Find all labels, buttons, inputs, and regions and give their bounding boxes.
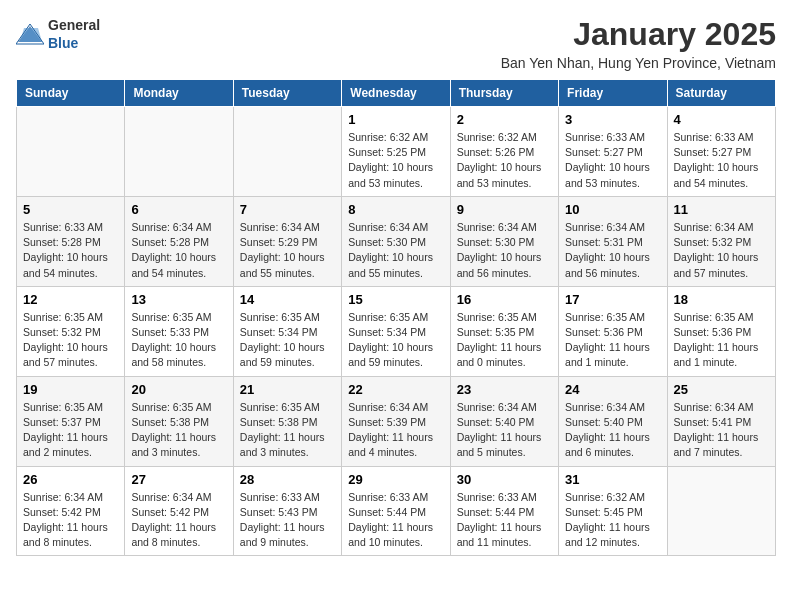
day-detail: Sunrise: 6:34 AM Sunset: 5:32 PM Dayligh… [674,220,769,281]
day-detail: Sunrise: 6:33 AM Sunset: 5:28 PM Dayligh… [23,220,118,281]
day-header-sunday: Sunday [17,80,125,107]
day-detail: Sunrise: 6:33 AM Sunset: 5:44 PM Dayligh… [457,490,552,551]
day-detail: Sunrise: 6:35 AM Sunset: 5:34 PM Dayligh… [348,310,443,371]
day-number: 20 [131,382,226,397]
calendar-week-2: 5Sunrise: 6:33 AM Sunset: 5:28 PM Daylig… [17,196,776,286]
day-number: 5 [23,202,118,217]
calendar-cell: 19Sunrise: 6:35 AM Sunset: 5:37 PM Dayli… [17,376,125,466]
calendar-cell: 17Sunrise: 6:35 AM Sunset: 5:36 PM Dayli… [559,286,667,376]
calendar-cell: 15Sunrise: 6:35 AM Sunset: 5:34 PM Dayli… [342,286,450,376]
logo: General Blue [16,16,100,52]
calendar-cell: 25Sunrise: 6:34 AM Sunset: 5:41 PM Dayli… [667,376,775,466]
day-detail: Sunrise: 6:35 AM Sunset: 5:34 PM Dayligh… [240,310,335,371]
day-number: 29 [348,472,443,487]
day-number: 28 [240,472,335,487]
day-number: 21 [240,382,335,397]
calendar-week-1: 1Sunrise: 6:32 AM Sunset: 5:25 PM Daylig… [17,107,776,197]
day-header-wednesday: Wednesday [342,80,450,107]
day-detail: Sunrise: 6:34 AM Sunset: 5:28 PM Dayligh… [131,220,226,281]
logo-icon [16,22,44,46]
day-header-friday: Friday [559,80,667,107]
day-number: 15 [348,292,443,307]
calendar-cell: 23Sunrise: 6:34 AM Sunset: 5:40 PM Dayli… [450,376,558,466]
day-number: 25 [674,382,769,397]
day-number: 2 [457,112,552,127]
day-detail: Sunrise: 6:35 AM Sunset: 5:32 PM Dayligh… [23,310,118,371]
day-number: 24 [565,382,660,397]
day-detail: Sunrise: 6:35 AM Sunset: 5:37 PM Dayligh… [23,400,118,461]
day-number: 4 [674,112,769,127]
calendar-cell: 21Sunrise: 6:35 AM Sunset: 5:38 PM Dayli… [233,376,341,466]
day-number: 8 [348,202,443,217]
day-detail: Sunrise: 6:32 AM Sunset: 5:26 PM Dayligh… [457,130,552,191]
day-number: 3 [565,112,660,127]
day-detail: Sunrise: 6:34 AM Sunset: 5:30 PM Dayligh… [457,220,552,281]
day-number: 30 [457,472,552,487]
day-detail: Sunrise: 6:32 AM Sunset: 5:45 PM Dayligh… [565,490,660,551]
day-detail: Sunrise: 6:34 AM Sunset: 5:42 PM Dayligh… [131,490,226,551]
logo-text: General Blue [48,16,100,52]
calendar-cell: 2Sunrise: 6:32 AM Sunset: 5:26 PM Daylig… [450,107,558,197]
day-number: 22 [348,382,443,397]
calendar-week-5: 26Sunrise: 6:34 AM Sunset: 5:42 PM Dayli… [17,466,776,556]
calendar-cell: 29Sunrise: 6:33 AM Sunset: 5:44 PM Dayli… [342,466,450,556]
day-number: 1 [348,112,443,127]
day-detail: Sunrise: 6:32 AM Sunset: 5:25 PM Dayligh… [348,130,443,191]
calendar-cell: 10Sunrise: 6:34 AM Sunset: 5:31 PM Dayli… [559,196,667,286]
day-detail: Sunrise: 6:33 AM Sunset: 5:27 PM Dayligh… [565,130,660,191]
location: Ban Yen Nhan, Hung Yen Province, Vietnam [501,55,776,71]
day-detail: Sunrise: 6:34 AM Sunset: 5:39 PM Dayligh… [348,400,443,461]
day-header-monday: Monday [125,80,233,107]
month-title: January 2025 [501,16,776,53]
day-number: 19 [23,382,118,397]
day-detail: Sunrise: 6:34 AM Sunset: 5:29 PM Dayligh… [240,220,335,281]
day-number: 17 [565,292,660,307]
calendar-cell [667,466,775,556]
calendar-header-row: SundayMondayTuesdayWednesdayThursdayFrid… [17,80,776,107]
day-number: 6 [131,202,226,217]
day-number: 16 [457,292,552,307]
calendar-cell [233,107,341,197]
calendar-cell: 14Sunrise: 6:35 AM Sunset: 5:34 PM Dayli… [233,286,341,376]
calendar-cell: 13Sunrise: 6:35 AM Sunset: 5:33 PM Dayli… [125,286,233,376]
title-block: January 2025 Ban Yen Nhan, Hung Yen Prov… [501,16,776,71]
day-detail: Sunrise: 6:35 AM Sunset: 5:33 PM Dayligh… [131,310,226,371]
day-header-thursday: Thursday [450,80,558,107]
day-number: 7 [240,202,335,217]
day-detail: Sunrise: 6:35 AM Sunset: 5:38 PM Dayligh… [131,400,226,461]
day-detail: Sunrise: 6:34 AM Sunset: 5:42 PM Dayligh… [23,490,118,551]
day-detail: Sunrise: 6:35 AM Sunset: 5:36 PM Dayligh… [565,310,660,371]
calendar-cell: 12Sunrise: 6:35 AM Sunset: 5:32 PM Dayli… [17,286,125,376]
calendar-cell: 4Sunrise: 6:33 AM Sunset: 5:27 PM Daylig… [667,107,775,197]
day-number: 26 [23,472,118,487]
day-number: 13 [131,292,226,307]
calendar-table: SundayMondayTuesdayWednesdayThursdayFrid… [16,79,776,556]
calendar-cell: 1Sunrise: 6:32 AM Sunset: 5:25 PM Daylig… [342,107,450,197]
day-number: 10 [565,202,660,217]
calendar-cell: 27Sunrise: 6:34 AM Sunset: 5:42 PM Dayli… [125,466,233,556]
day-detail: Sunrise: 6:34 AM Sunset: 5:41 PM Dayligh… [674,400,769,461]
day-detail: Sunrise: 6:35 AM Sunset: 5:35 PM Dayligh… [457,310,552,371]
day-number: 12 [23,292,118,307]
logo-general: General [48,17,100,33]
calendar-cell: 3Sunrise: 6:33 AM Sunset: 5:27 PM Daylig… [559,107,667,197]
day-number: 31 [565,472,660,487]
calendar-cell: 20Sunrise: 6:35 AM Sunset: 5:38 PM Dayli… [125,376,233,466]
day-number: 11 [674,202,769,217]
day-detail: Sunrise: 6:34 AM Sunset: 5:30 PM Dayligh… [348,220,443,281]
calendar-week-4: 19Sunrise: 6:35 AM Sunset: 5:37 PM Dayli… [17,376,776,466]
calendar-cell [125,107,233,197]
calendar-cell: 24Sunrise: 6:34 AM Sunset: 5:40 PM Dayli… [559,376,667,466]
day-number: 23 [457,382,552,397]
day-detail: Sunrise: 6:33 AM Sunset: 5:43 PM Dayligh… [240,490,335,551]
calendar-cell: 7Sunrise: 6:34 AM Sunset: 5:29 PM Daylig… [233,196,341,286]
calendar-cell: 9Sunrise: 6:34 AM Sunset: 5:30 PM Daylig… [450,196,558,286]
day-detail: Sunrise: 6:34 AM Sunset: 5:40 PM Dayligh… [457,400,552,461]
logo-blue: Blue [48,35,78,51]
day-detail: Sunrise: 6:35 AM Sunset: 5:36 PM Dayligh… [674,310,769,371]
day-header-tuesday: Tuesday [233,80,341,107]
calendar-cell: 11Sunrise: 6:34 AM Sunset: 5:32 PM Dayli… [667,196,775,286]
day-detail: Sunrise: 6:34 AM Sunset: 5:40 PM Dayligh… [565,400,660,461]
day-detail: Sunrise: 6:34 AM Sunset: 5:31 PM Dayligh… [565,220,660,281]
calendar-cell: 18Sunrise: 6:35 AM Sunset: 5:36 PM Dayli… [667,286,775,376]
